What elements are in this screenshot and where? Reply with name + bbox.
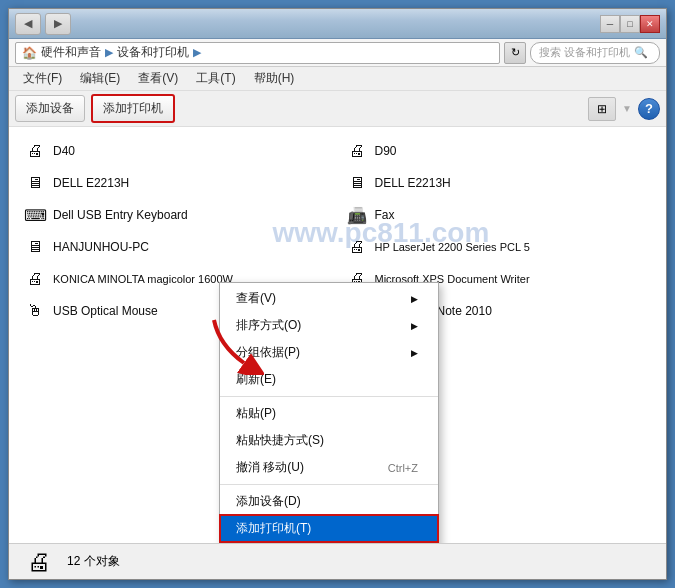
mouse-icon: 🖱 [23, 299, 47, 323]
search-icon: 🔍 [634, 46, 648, 59]
ctx-sep-1 [220, 396, 438, 397]
monitor-icon-2: 🖥 [345, 171, 369, 195]
device-keyboard[interactable]: ⌨ Dell USB Entry Keyboard [17, 199, 337, 231]
status-printer-icon: 🖨 [21, 547, 57, 577]
content-area: 🖨 D40 🖥 DELL E2213H ⌨ Dell USB Entry Key… [9, 127, 666, 543]
back-button[interactable]: ◀ [15, 13, 41, 35]
ctx-paste[interactable]: 粘贴(P) [220, 400, 438, 427]
address-box[interactable]: 🏠 硬件和声音 ▶ 设备和打印机 ▶ [15, 42, 500, 64]
keyboard-icon: ⌨ [23, 203, 47, 227]
ctx-refresh-label: 刷新(E) [236, 371, 276, 388]
path-segment-2: 设备和打印机 [117, 44, 189, 61]
device-name: USB Optical Mouse [53, 304, 158, 318]
context-menu: 查看(V) 排序方式(O) 分组依据(P) 刷新(E) 粘贴(P) 粘贴快捷方式… [219, 282, 439, 543]
ctx-add-printer-label: 添加打印机(T) [236, 520, 311, 537]
device-dell-monitor-1[interactable]: 🖥 DELL E2213H [17, 167, 337, 199]
menu-help[interactable]: 帮助(H) [246, 68, 303, 89]
computer-icon: 🖥 [23, 235, 47, 259]
path-icon: 🏠 [22, 46, 37, 60]
search-placeholder: 搜索 设备和打印机 [539, 45, 630, 60]
search-box[interactable]: 搜索 设备和打印机 🔍 [530, 42, 660, 64]
ctx-add-printer[interactable]: 添加打印机(T) [220, 515, 438, 542]
device-name: DELL E2213H [53, 176, 129, 190]
view-dropdown[interactable]: ▼ [622, 103, 632, 114]
path-sep-1: ▶ [105, 46, 113, 59]
address-bar: 🏠 硬件和声音 ▶ 设备和打印机 ▶ ↻ 搜索 设备和打印机 🔍 [9, 39, 666, 67]
ctx-group-label: 分组依据(P) [236, 344, 300, 361]
printer-icon-3: 🖨 [345, 139, 369, 163]
ctx-undo[interactable]: 撤消 移动(U) Ctrl+Z [220, 454, 438, 481]
help-button[interactable]: ? [638, 98, 660, 120]
ctx-undo-shortcut: Ctrl+Z [388, 462, 418, 474]
toolbar: 添加设备 添加打印机 ⊞ ▼ ? [9, 91, 666, 127]
ctx-sort[interactable]: 排序方式(O) [220, 312, 438, 339]
device-d90[interactable]: 🖨 D90 [339, 135, 659, 167]
ctx-add-device-label: 添加设备(D) [236, 493, 301, 510]
ctx-paste-shortcut-label: 粘贴快捷方式(S) [236, 432, 324, 449]
minimize-button[interactable]: ─ [600, 15, 620, 33]
menu-tools[interactable]: 工具(T) [188, 68, 243, 89]
path-sep-2: ▶ [193, 46, 201, 59]
title-bar: ◀ ▶ ─ □ ✕ [9, 9, 666, 39]
ctx-add-device[interactable]: 添加设备(D) [220, 488, 438, 515]
status-count: 12 个对象 [67, 553, 120, 570]
device-name: D40 [53, 144, 75, 158]
ctx-refresh[interactable]: 刷新(E) [220, 366, 438, 393]
menu-bar: 文件(F) 编辑(E) 查看(V) 工具(T) 帮助(H) [9, 67, 666, 91]
device-name: Fax [375, 208, 395, 222]
device-fax[interactable]: 📠 Fax [339, 199, 659, 231]
device-name: DELL E2213H [375, 176, 451, 190]
forward-button[interactable]: ▶ [45, 13, 71, 35]
device-name: HANJUNHOU-PC [53, 240, 149, 254]
ctx-paste-label: 粘贴(P) [236, 405, 276, 422]
path-segment-1: 硬件和声音 [41, 44, 101, 61]
main-panel: 🖨 D40 🖥 DELL E2213H ⌨ Dell USB Entry Key… [9, 127, 666, 543]
device-dell-monitor-2[interactable]: 🖥 DELL E2213H [339, 167, 659, 199]
refresh-button[interactable]: ↻ [504, 42, 526, 64]
close-button[interactable]: ✕ [640, 15, 660, 33]
device-name: HP LaserJet 2200 Series PCL 5 [375, 241, 530, 253]
ctx-paste-shortcut[interactable]: 粘贴快捷方式(S) [220, 427, 438, 454]
view-toggle-button[interactable]: ⊞ [588, 97, 616, 121]
ctx-view[interactable]: 查看(V) [220, 285, 438, 312]
printer-icon: 🖨 [23, 139, 47, 163]
device-name: D90 [375, 144, 397, 158]
add-device-button[interactable]: 添加设备 [15, 95, 85, 122]
title-bar-left: ◀ ▶ [15, 13, 71, 35]
device-pc[interactable]: 🖥 HANJUNHOU-PC [17, 231, 337, 263]
status-bar: 🖨 12 个对象 [9, 543, 666, 579]
ctx-sep-2 [220, 484, 438, 485]
menu-file[interactable]: 文件(F) [15, 68, 70, 89]
monitor-icon: 🖥 [23, 171, 47, 195]
ctx-view-label: 查看(V) [236, 290, 276, 307]
device-d40[interactable]: 🖨 D40 [17, 135, 337, 167]
device-name: Dell USB Entry Keyboard [53, 208, 188, 222]
menu-view[interactable]: 查看(V) [130, 68, 186, 89]
menu-edit[interactable]: 编辑(E) [72, 68, 128, 89]
device-name: KONICA MINOLTA magicolor 1600W [53, 273, 233, 285]
device-hp[interactable]: 🖨 HP LaserJet 2200 Series PCL 5 [339, 231, 659, 263]
main-window: ◀ ▶ ─ □ ✕ 🏠 硬件和声音 ▶ 设备和打印机 ▶ ↻ 搜索 设备和打印机… [8, 8, 667, 580]
printer-icon-2: 🖨 [23, 267, 47, 291]
ctx-undo-label: 撤消 移动(U) [236, 459, 304, 476]
add-printer-button[interactable]: 添加打印机 [91, 94, 175, 123]
fax-icon: 📠 [345, 203, 369, 227]
ctx-sort-label: 排序方式(O) [236, 317, 301, 334]
printer-icon-4: 🖨 [345, 235, 369, 259]
maximize-button[interactable]: □ [620, 15, 640, 33]
ctx-group[interactable]: 分组依据(P) [220, 339, 438, 366]
